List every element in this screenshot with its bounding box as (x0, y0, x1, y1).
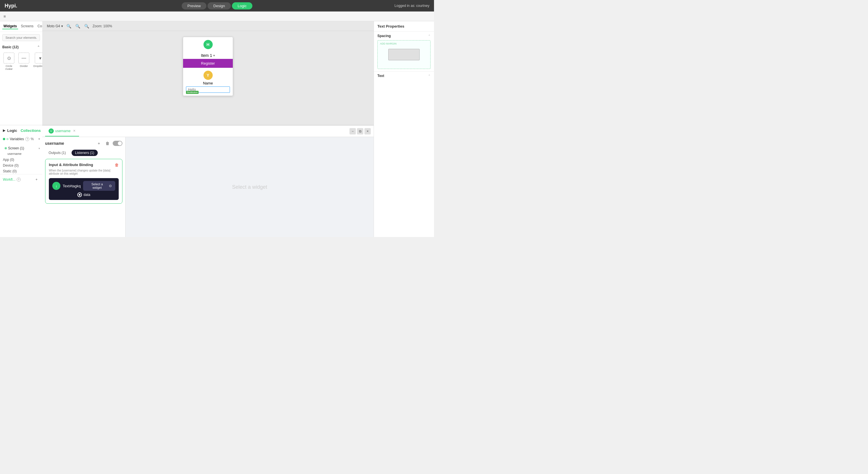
margin-label: ADD MARGIN (380, 42, 397, 45)
variables-filter-btn[interactable]: % (29, 136, 35, 142)
spacing-header: Spacing ⌃ (377, 34, 431, 38)
canvas-bottom: U username ✕ − ⧉ × username + 🗑 (42, 125, 374, 237)
main-layout: Widgets Screens Components Basic (12) ⌃ … (0, 21, 434, 237)
listeners-btn[interactable]: Listeners (1) (71, 150, 98, 156)
text-section-chevron-icon[interactable]: ⌃ (428, 74, 431, 78)
logic-sidebar-header: username + 🗑 (45, 140, 122, 147)
tab-components[interactable]: Components (36, 24, 42, 29)
static-section[interactable]: Static (0) (0, 168, 42, 174)
binding-card-header: Input & Attribute Binding 🗑 (49, 163, 119, 167)
device-selector[interactable]: Moto G4 ▾ (47, 24, 63, 28)
tab-badge-u: U (49, 128, 54, 134)
right-panel-header: Text Properties (374, 21, 434, 32)
search-input[interactable] (2, 34, 40, 41)
widget-item-circle-avatar[interactable]: ⊙ Circle Avatar (2, 52, 16, 71)
widget-item-dropdown[interactable]: ▾ Dropdown... (32, 52, 42, 71)
zoom-in-btn[interactable]: 🔍 (84, 23, 90, 29)
basic-chevron-icon[interactable]: ⌃ (37, 45, 40, 49)
screen-name: Screen (1) (8, 146, 24, 150)
down-arrow-icon: ↓ (52, 182, 60, 190)
binding-body: ↓ Text#tagkq Select a widget ⊙ (49, 178, 119, 200)
device-section[interactable]: Device (0) (0, 163, 42, 168)
widget-icon-divider: — (19, 53, 29, 63)
screen-chevron-icon[interactable]: ▾ (38, 147, 40, 150)
zoom-reset-btn[interactable]: 🔍 (75, 23, 81, 29)
logic-canvas: Select a widget (126, 137, 374, 237)
widget-icon-circle-avatar: ⊙ (3, 53, 14, 63)
variables-add-btn[interactable]: + (36, 136, 42, 142)
spacing-diagram: ADD MARGIN (377, 40, 431, 69)
logic-toggle[interactable] (113, 141, 122, 146)
logic-outputs-listeners: Outputs (1) Listeners (1) (45, 150, 122, 156)
screen-section: Screen (1) ▾ username (0, 145, 42, 157)
data-label: data (84, 193, 90, 197)
widget-grid: ⊙ Circle Avatar — Divider ▾ Dropdown... (2, 52, 40, 71)
canvas-toolbar: Moto G4 ▾ 🔍 🔍 🔍 Zoom: 100% (42, 21, 374, 31)
widget-item-divider[interactable]: — Divider (17, 52, 30, 71)
add-username-btn[interactable]: + (95, 140, 102, 147)
workflows-section: Workfl... ? + (0, 174, 42, 185)
select-widget-text: Select a widget (232, 184, 267, 190)
avatar-h: H (204, 40, 213, 49)
avatar-y: Y (204, 71, 213, 80)
select-widget-btn[interactable]: Select a widget ⊙ (83, 181, 115, 191)
screen-item[interactable]: Screen (1) ▾ (0, 145, 42, 151)
binding-delete-icon[interactable]: 🗑 (115, 163, 119, 167)
logic-play-icon: ▶ (3, 128, 5, 132)
name-label: Name (186, 81, 230, 85)
search-wrapper (0, 32, 42, 43)
variables-section: Variables ? % + (0, 134, 42, 145)
phone-frame: H Item 1 ▾ Register Y Name TextButton (183, 37, 233, 96)
workflows-add-btn[interactable]: + (34, 177, 39, 182)
text-tagkq-row: ↓ Text#tagkq Select a widget ⊙ (52, 181, 115, 191)
tab-design[interactable]: Design (208, 2, 230, 9)
data-circle-icon (77, 192, 82, 197)
logic-tabs-bar: U username ✕ − ⧉ × (42, 126, 374, 137)
logic-title: Logic (7, 128, 17, 133)
tab-screens[interactable]: Screens (20, 24, 35, 29)
workflows-header: Workfl... ? + (3, 177, 39, 182)
app-section[interactable]: App (0) (0, 157, 42, 163)
tab-username-label: username (55, 129, 70, 133)
phone-header: H (183, 37, 233, 52)
spacing-chevron-icon[interactable]: ⌃ (428, 34, 431, 38)
logic-toggle-inner (118, 141, 122, 145)
restore-btn[interactable]: ⧉ (357, 128, 363, 134)
data-row: data (52, 192, 115, 197)
padding-box (388, 49, 420, 60)
minimize-btn[interactable]: − (349, 128, 356, 134)
select-widget-placeholder: Select a widget (232, 184, 267, 190)
window-controls: − ⧉ × (349, 128, 371, 134)
hamburger-menu[interactable]: ≡ (3, 14, 6, 19)
phone-body: Y Name TextButton (183, 68, 233, 96)
workflows-help-icon[interactable]: ? (17, 178, 21, 182)
delete-username-btn[interactable]: 🗑 (104, 140, 111, 147)
tab-close-icon[interactable]: ✕ (73, 129, 75, 133)
variables-help-icon[interactable]: ? (25, 137, 29, 141)
basic-section: Basic (12) ⌃ ⊙ Circle Avatar — Divider ▾… (0, 43, 42, 73)
variables-header: Variables ? % + (3, 136, 39, 142)
username-heading: username (45, 141, 94, 146)
zoom-out-btn[interactable]: 🔍 (66, 23, 72, 29)
tab-preview[interactable]: Preview (182, 2, 206, 9)
topbar: Hypi. Preview Design Logic Logged in as:… (0, 0, 434, 11)
logic-tab-username[interactable]: U username ✕ (45, 126, 79, 136)
outputs-btn[interactable]: Outputs (1) (45, 150, 69, 156)
tab-widgets[interactable]: Widgets (2, 24, 18, 29)
collections-title: Collections (21, 128, 41, 133)
text-tagkq-label: Text#tagkq (63, 184, 81, 188)
left-column: Widgets Screens Components Basic (12) ⌃ … (0, 21, 42, 237)
left-panel: Widgets Screens Components Basic (12) ⌃ … (0, 21, 42, 125)
screen-dot-inner (5, 148, 6, 149)
variables-ring-icon (7, 138, 8, 140)
tab-logic[interactable]: Logic (232, 2, 252, 9)
screen-sub-item-username[interactable]: username (0, 151, 42, 156)
binding-desc: When the [username] changes update the [… (49, 169, 119, 175)
right-panel: Text Properties Spacing ⌃ ADD MARGIN Tex… (374, 21, 434, 237)
data-inner (79, 194, 81, 196)
close-btn[interactable]: × (365, 128, 371, 134)
screen-ring-icon (5, 147, 7, 149)
register-button-preview[interactable]: Register (183, 59, 233, 68)
app-logo: Hypi. (5, 3, 17, 9)
workflows-left: Workfl... ? (3, 178, 21, 182)
